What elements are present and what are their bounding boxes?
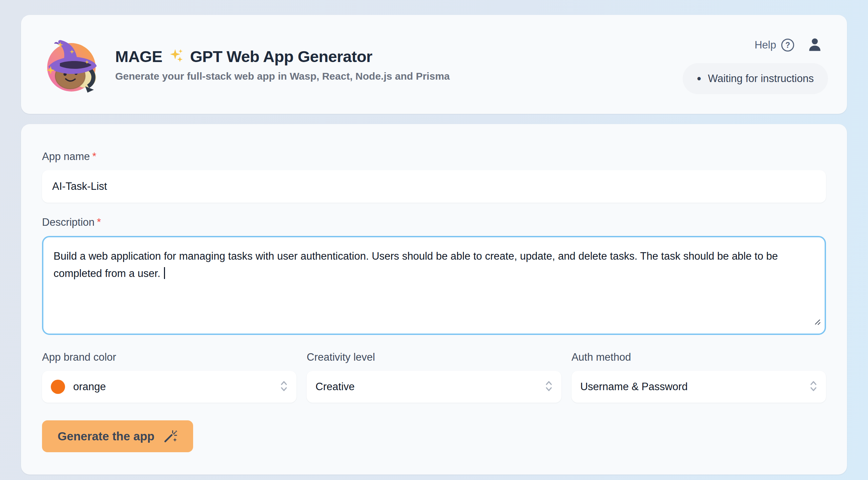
help-link[interactable]: Help ? bbox=[755, 39, 794, 52]
brand-color-value-wrap: orange bbox=[51, 380, 106, 394]
description-textarea[interactable]: Build a web application for managing tas… bbox=[42, 236, 826, 335]
app-name-label: App name* bbox=[42, 151, 826, 163]
creativity-value: Creative bbox=[315, 381, 354, 393]
generator-form-card: App name* Description* Build a web appli… bbox=[21, 124, 847, 475]
status-label: Waiting for instructions bbox=[708, 73, 814, 85]
user-icon[interactable] bbox=[807, 37, 823, 54]
chevron-updown-icon bbox=[280, 380, 288, 394]
chevron-updown-icon bbox=[545, 380, 553, 394]
header-card: MAGE GPT Web App Generator Generate your… bbox=[21, 15, 847, 114]
generate-app-label: Generate the app bbox=[58, 429, 154, 443]
options-row: App brand color orange Creativity bbox=[42, 351, 826, 403]
question-circle-icon: ? bbox=[781, 39, 794, 52]
brand-color-label: App brand color bbox=[42, 351, 296, 363]
help-row: Help ? bbox=[755, 37, 823, 54]
resize-handle-icon[interactable] bbox=[814, 314, 821, 331]
description-label-text: Description bbox=[42, 216, 95, 228]
page-title: MAGE GPT Web App Generator bbox=[115, 47, 450, 66]
sparkles-icon bbox=[168, 48, 184, 65]
color-swatch bbox=[51, 380, 65, 394]
header-right: Help ? • Waiting for instructions bbox=[683, 35, 828, 94]
brand-color-select[interactable]: orange bbox=[42, 371, 296, 403]
required-mark: * bbox=[92, 151, 96, 162]
required-mark: * bbox=[97, 216, 101, 228]
creativity-select[interactable]: Creative bbox=[307, 371, 561, 403]
creativity-field: Creativity level Creative bbox=[307, 351, 561, 403]
auth-method-select[interactable]: Username & Password bbox=[572, 371, 826, 403]
generate-app-button[interactable]: Generate the app bbox=[42, 420, 193, 452]
mage-bee-wizard-logo bbox=[42, 36, 100, 93]
auth-method-value: Username & Password bbox=[580, 381, 688, 393]
app-name-input[interactable] bbox=[42, 170, 826, 203]
title-right: GPT Web App Generator bbox=[190, 47, 372, 66]
app-name-label-text: App name bbox=[42, 151, 90, 162]
description-text: Build a web application for managing tas… bbox=[54, 250, 778, 279]
title-left: MAGE bbox=[115, 47, 162, 66]
header-left: MAGE GPT Web App Generator Generate your… bbox=[42, 36, 450, 93]
creativity-label: Creativity level bbox=[307, 351, 561, 363]
brand-color-field: App brand color orange bbox=[42, 351, 296, 403]
description-label: Description* bbox=[42, 216, 826, 228]
page-background: MAGE GPT Web App Generator Generate your… bbox=[0, 0, 868, 480]
auth-method-label: Auth method bbox=[572, 351, 826, 363]
header-titles: MAGE GPT Web App Generator Generate your… bbox=[115, 47, 450, 82]
status-dot: • bbox=[697, 73, 701, 85]
chevron-updown-icon bbox=[810, 380, 817, 394]
help-label: Help bbox=[755, 39, 776, 51]
auth-method-field: Auth method Username & Password bbox=[572, 351, 826, 403]
page-subtitle: Generate your full-stack web app in Wasp… bbox=[115, 71, 450, 82]
status-badge: • Waiting for instructions bbox=[683, 63, 828, 94]
magic-wand-icon bbox=[163, 429, 178, 444]
brand-color-value: orange bbox=[73, 381, 106, 393]
text-cursor bbox=[164, 267, 165, 279]
